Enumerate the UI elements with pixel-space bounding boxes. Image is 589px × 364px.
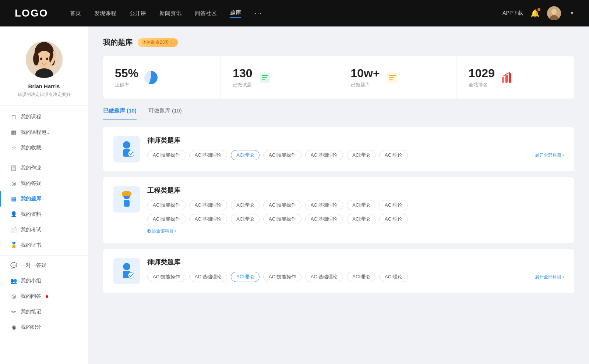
sidebar-item-group[interactable]: 👥 我的小组 bbox=[0, 273, 88, 289]
svg-rect-19 bbox=[389, 79, 393, 80]
qbank-tag[interactable]: ACI技能操作 bbox=[263, 200, 301, 210]
qbank-card-engineer: 工程类题库 ACI技能操作 ACI基础理论 ACI理论 ACI技能操作 ACI基… bbox=[103, 177, 574, 243]
qbank-engineer-tags-row2: ACI技能操作 ACI基础理论 ACI理论 ACI技能操作 ACI基础理论 AC… bbox=[147, 214, 564, 224]
qbank-tag[interactable]: ACI基础理论 bbox=[189, 200, 228, 210]
stat-done-banks: 10w+ 已做题库 bbox=[339, 56, 457, 99]
svg-rect-20 bbox=[502, 77, 504, 83]
qbank-tag[interactable]: ACI基础理论 bbox=[305, 150, 343, 160]
qbank-tag[interactable]: ACI理论 bbox=[379, 200, 408, 210]
sidebar-item-homework[interactable]: 📋 我的作业 bbox=[0, 160, 88, 176]
points-icon: ◉ bbox=[10, 324, 17, 331]
stat-ranking-value-group: 1029 全站排名 bbox=[469, 67, 495, 88]
sidebar-item-qa-mine[interactable]: ◎ 我的答疑 bbox=[0, 176, 88, 191]
ranking-value: 1029 bbox=[469, 67, 495, 80]
qbank-tag[interactable]: ACI技能操作 bbox=[147, 200, 186, 210]
user-avatar[interactable] bbox=[547, 6, 561, 20]
done-questions-icon bbox=[258, 70, 272, 85]
qbank-lawyer-1-tags: ACI技能操作 ACI基础理论 ACI理论 ACI技能操作 ACI基础理论 AC… bbox=[147, 150, 408, 160]
svg-point-30 bbox=[123, 263, 130, 270]
page-wrapper: Brian Harris 错误的决定比没有决定要好 ◻ 我的课程 ▦ 我的课程包… bbox=[0, 26, 589, 364]
qbank-engineer-info: 工程类题库 ACI技能操作 ACI基础理论 ACI理论 ACI技能操作 ACI基… bbox=[147, 186, 564, 234]
sidebar-item-profile-data[interactable]: 👤 我的资料 bbox=[0, 207, 88, 222]
qbank-tag[interactable]: ACI理论 bbox=[347, 214, 375, 224]
qbank-tag[interactable]: ACI理论 bbox=[231, 200, 260, 210]
qbank-lawyer-1-info: 律师类题库 ACI技能操作 ACI基础理论 ACI理论 ACI技能操作 ACI基… bbox=[147, 136, 564, 160]
tabs-row: 已做题库 (10) 可做题库 (10) bbox=[103, 107, 574, 120]
svg-rect-28 bbox=[122, 194, 131, 196]
qbank-tag[interactable]: ACI技能操作 bbox=[147, 214, 186, 224]
done-banks-value: 10w+ bbox=[351, 67, 380, 80]
sidebar-divider-2 bbox=[0, 255, 88, 256]
qbank-tag-active[interactable]: ACI理论 bbox=[231, 272, 260, 282]
qbank-tag[interactable]: ACI基础理论 bbox=[189, 214, 228, 224]
qbank-card-lawyer-1: 律师类题库 ACI技能操作 ACI基础理论 ACI理论 ACI技能操作 ACI基… bbox=[103, 127, 574, 171]
sidebar-label-profile-data: 我的资料 bbox=[21, 211, 41, 218]
qbank-tag[interactable]: ACI基础理论 bbox=[305, 272, 343, 282]
qbank-tag[interactable]: ACI基础理论 bbox=[305, 200, 343, 210]
sidebar-label-my-questions: 我的问答 bbox=[21, 293, 41, 300]
sidebar: Brian Harris 错误的决定比没有决定要好 ◻ 我的课程 ▦ 我的课程包… bbox=[0, 26, 88, 364]
favorites-icon: ☆ bbox=[10, 144, 17, 151]
sidebar-item-certificate[interactable]: 🏅 我的证书 bbox=[0, 238, 88, 253]
sidebar-menu: ◻ 我的课程 ▦ 我的课程包... ☆ 我的收藏 📋 我的作业 ◎ 我的答疑 ▤ bbox=[0, 106, 88, 339]
qbank-tag[interactable]: ACI技能操作 bbox=[147, 150, 186, 160]
qbank-tag[interactable]: ACI技能操作 bbox=[263, 214, 301, 224]
sidebar-item-exam[interactable]: 📄 我的考试 bbox=[0, 222, 88, 238]
stat-done-questions: 130 已做试题 bbox=[221, 56, 339, 99]
nav-home[interactable]: 首页 bbox=[70, 10, 81, 17]
svg-rect-22 bbox=[509, 73, 511, 83]
qbank-tag[interactable]: ACI技能操作 bbox=[263, 150, 301, 160]
sidebar-item-course[interactable]: ◻ 我的课程 bbox=[0, 109, 88, 125]
sidebar-label-course-pkg: 我的课程包... bbox=[21, 129, 51, 136]
expand-btn-lawyer-2[interactable]: 展开全部科目 › bbox=[535, 274, 564, 280]
expand-btn-lawyer-1[interactable]: 展开全部科目 › bbox=[535, 152, 564, 158]
qbank-tag[interactable]: ACI理论 bbox=[347, 200, 375, 210]
nav-qa[interactable]: 问答社区 bbox=[195, 10, 217, 17]
stat-done-questions-value-group: 130 已做试题 bbox=[233, 67, 252, 88]
qbank-tag[interactable]: ACI技能操作 bbox=[147, 272, 186, 282]
qbank-tag[interactable]: ACI理论 bbox=[379, 150, 408, 160]
sidebar-item-my-bank[interactable]: ▤ 我的题库 bbox=[0, 191, 88, 207]
logo[interactable]: LOGO bbox=[15, 7, 48, 19]
qbank-tag[interactable]: ACI基础理论 bbox=[189, 272, 228, 282]
qbank-tag[interactable]: ACI理论 bbox=[379, 214, 408, 224]
tab-available-banks[interactable]: 可做题库 (10) bbox=[148, 107, 182, 119]
qbank-engineer-tags-row1: ACI技能操作 ACI基础理论 ACI理论 ACI技能操作 ACI基础理论 AC… bbox=[147, 200, 564, 210]
qbank-tag[interactable]: ACI理论 bbox=[231, 214, 260, 224]
done-questions-value: 130 bbox=[233, 67, 252, 80]
notification-bell[interactable]: 🔔 bbox=[530, 9, 540, 18]
homework-icon: 📋 bbox=[10, 165, 17, 171]
qbank-tag[interactable]: ACI理论 bbox=[347, 272, 375, 282]
sidebar-profile: Brian Harris 错误的决定比没有决定要好 bbox=[0, 26, 88, 106]
nav-discover[interactable]: 发现课程 bbox=[94, 10, 116, 17]
group-icon: 👥 bbox=[10, 278, 17, 284]
nav-links: 首页 发现课程 公开课 新闻资讯 问答社区 题库 ··· bbox=[70, 9, 502, 18]
user-dropdown-arrow[interactable]: ▼ bbox=[570, 11, 574, 16]
app-download-button[interactable]: APP下载 bbox=[502, 10, 523, 17]
qbank-tag[interactable]: ACI理论 bbox=[347, 150, 375, 160]
sidebar-item-points[interactable]: ◉ 我的积分 bbox=[0, 320, 88, 335]
qbank-lawyer-2-icon bbox=[113, 258, 140, 284]
qbank-tag[interactable]: ACI基础理论 bbox=[189, 150, 228, 160]
qbank-lawyer-2-name: 律师类题库 bbox=[147, 258, 564, 267]
qbank-tag[interactable]: ACI理论 bbox=[379, 272, 408, 282]
nav-news[interactable]: 新闻资讯 bbox=[159, 10, 181, 17]
svg-rect-29 bbox=[124, 200, 130, 207]
sidebar-item-my-questions[interactable]: ◎ 我的问答 bbox=[0, 289, 88, 304]
sidebar-item-notes[interactable]: ✏ 我的笔记 bbox=[0, 304, 88, 320]
qbank-tag-active[interactable]: ACI理论 bbox=[231, 150, 260, 160]
nav-opencourse[interactable]: 公开课 bbox=[130, 10, 146, 17]
collapse-btn-engineer[interactable]: 收起全部科目 › bbox=[147, 228, 564, 234]
qbank-tag[interactable]: ACI技能操作 bbox=[263, 272, 301, 282]
qbank-tag[interactable]: ACI基础理论 bbox=[305, 214, 343, 224]
tab-done-banks[interactable]: 已做题库 (10) bbox=[103, 107, 137, 119]
sidebar-item-one-on-one[interactable]: 💬 一对一答疑 bbox=[0, 258, 88, 273]
sidebar-item-favorites[interactable]: ☆ 我的收藏 bbox=[0, 140, 88, 156]
sidebar-item-course-pkg[interactable]: ▦ 我的课程包... bbox=[0, 125, 88, 140]
svg-point-1 bbox=[551, 9, 557, 15]
done-questions-label: 已做试题 bbox=[233, 82, 252, 88]
svg-point-32 bbox=[128, 272, 134, 278]
nav-more[interactable]: ··· bbox=[254, 10, 262, 17]
nav-question-bank[interactable]: 题库 bbox=[230, 9, 241, 18]
qbank-card-lawyer-1-header: 律师类题库 ACI技能操作 ACI基础理论 ACI理论 ACI技能操作 ACI基… bbox=[113, 136, 564, 163]
